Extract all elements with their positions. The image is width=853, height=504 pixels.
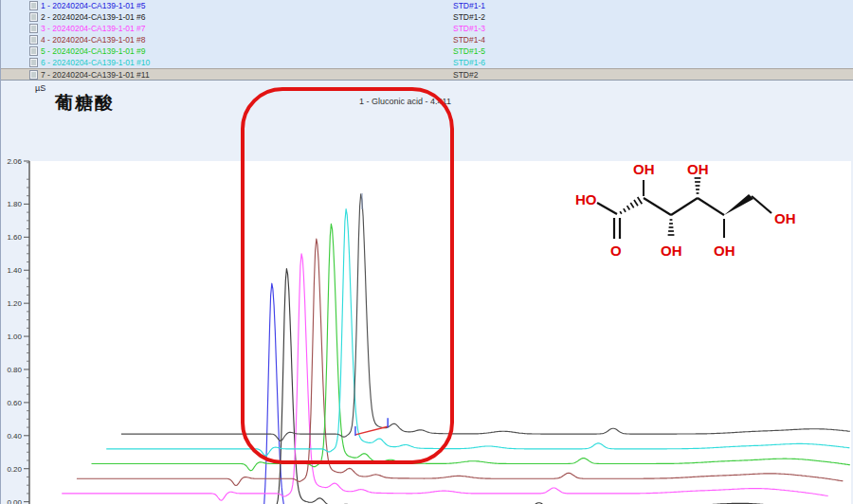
chromatogram-file-icon [29,70,38,80]
standard-name: STD#1-5 [453,45,485,57]
y-axis-unit-label: µS [35,83,45,93]
oh-c2-label: OH [633,161,655,177]
gluconic-acid-structure: HO O OH OH OH OH OH [565,140,849,287]
y-tick-label: 0.40 [7,432,22,441]
standard-name: STD#1-4 [453,34,485,45]
analyte-title-cn: 葡糖酸 [55,91,115,116]
y-tick-label: 0.00 [7,498,22,504]
red-highlight-annotation [241,87,454,464]
oh-c4-label: OH [687,161,709,177]
y-tick-label: 0.60 [7,399,22,407]
legend-row-std-2[interactable]: 7 - 20240204-CA139-1-01 #11STD#2 [1,68,853,80]
chromatogram-file-icon [29,1,38,10]
sample-name: 4 - 20240204-CA139-1-01 #8 [41,34,146,45]
oh-c5-label: OH [714,243,735,259]
y-tick-label: 1.80 [7,200,22,208]
standard-name: STD#1-6 [453,57,485,68]
hashed-wedge-c1-c2 [620,197,642,214]
oh-c3-label: OH [661,243,682,259]
standard-name: STD#1-3 [453,23,485,34]
y-tick-label: 0.80 [7,366,22,374]
sample-name: 7 - 20240204-CA139-1-01 #11 [41,69,150,81]
y-tick-label: 0.20 [7,465,22,474]
hashed-wedge-c3-oh [668,220,675,235]
legend-row-std-1-2[interactable]: 2 - 20240204-CA139-1-01 #6STD#1-2 [1,11,853,23]
chromatography-workspace: 1 - 20240204-CA139-1-01 #5STD#1-12 - 202… [0,0,853,504]
legend-row-std-1-5[interactable]: 5 - 20240204-CA139-1-01 #9STD#1-5 [1,45,853,57]
bold-wedge-c5-c6 [724,194,753,215]
standard-name: STD#2 [453,69,478,81]
chromatogram-file-icon [29,58,38,67]
standard-name: STD#1-2 [453,11,485,23]
legend-row-std-1-3[interactable]: 3 - 20240204-CA139-1-01 #7STD#1-3 [1,23,853,34]
sample-name: 6 - 20240204-CA139-1-01 #10 [41,57,150,68]
sample-name: 3 - 20240204-CA139-1-01 #7 [41,23,146,34]
chromatogram-file-icon [29,35,38,45]
hashed-wedge-c4-oh [695,178,701,193]
legend-row-std-1-1[interactable]: 1 - 20240204-CA139-1-01 #5STD#1-1 [1,0,853,11]
y-tick-label: 1.20 [7,299,22,308]
legend-row-std-1-6[interactable]: 6 - 20240204-CA139-1-01 #10STD#1-6 [1,57,853,68]
y-max-label: 2.06 [7,157,22,166]
ho-label: HO [575,191,597,207]
sample-name: 1 - 20240204-CA139-1-01 #5 [41,0,146,11]
chromatogram-file-icon [29,46,38,56]
y-tick-label: 1.00 [7,333,22,341]
injection-legend-panel: 1 - 20240204-CA139-1-01 #5STD#1-12 - 202… [1,0,853,81]
oh-c6-label: OH [774,210,796,226]
y-tick-label: 1.40 [7,266,22,275]
chromatogram-file-icon [29,24,38,33]
sample-name: 2 - 20240204-CA139-1-01 #6 [41,11,146,23]
y-tick-label: 1.60 [7,233,22,242]
chromatogram-file-icon [29,12,38,22]
standard-name: STD#1-1 [453,0,485,11]
sample-name: 5 - 20240204-CA139-1-01 #9 [41,45,146,57]
carbonyl-o-label: O [610,243,622,259]
legend-row-std-1-4[interactable]: 4 - 20240204-CA139-1-01 #8STD#1-4 [1,34,853,45]
